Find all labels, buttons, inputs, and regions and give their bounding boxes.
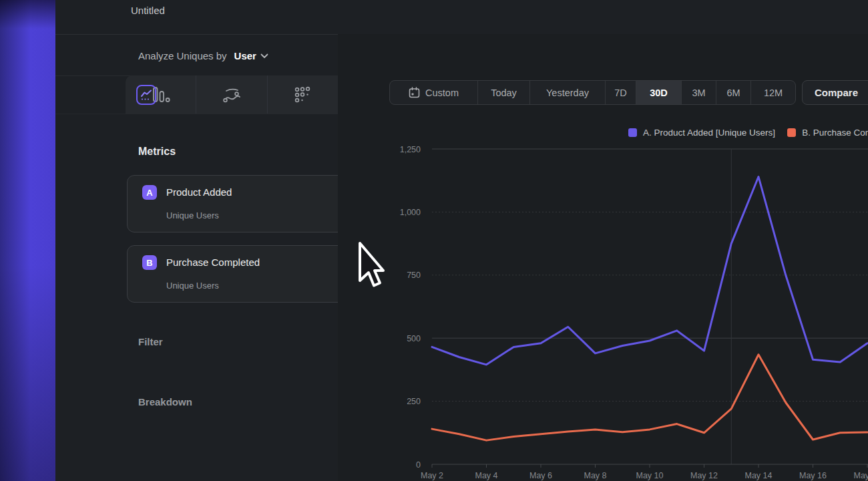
retention-icon bbox=[293, 86, 312, 104]
analyze-by-label: Analyze Uniques by bbox=[138, 50, 227, 61]
report-title[interactable]: Untitled bbox=[131, 5, 165, 16]
tab-retention[interactable] bbox=[267, 75, 338, 114]
metric-subtitle[interactable]: Unique Users bbox=[166, 210, 219, 220]
analyze-by-value[interactable]: User bbox=[234, 50, 256, 61]
svg-text:May 12: May 12 bbox=[690, 471, 718, 480]
tabstrip-divider bbox=[55, 114, 338, 114]
tab-insights-selected[interactable] bbox=[136, 85, 156, 105]
metric-badge-b: B bbox=[142, 255, 157, 270]
svg-text:1,000: 1,000 bbox=[400, 208, 421, 217]
svg-text:May 2: May 2 bbox=[421, 471, 443, 480]
svg-text:0: 0 bbox=[416, 460, 421, 470]
metric-title: Product Added bbox=[166, 186, 232, 198]
svg-text:May 6: May 6 bbox=[529, 471, 552, 480]
svg-text:May 14: May 14 bbox=[745, 471, 773, 480]
svg-text:500: 500 bbox=[407, 334, 421, 343]
screen: Untitled Analyze Uniques by User bbox=[0, 0, 868, 481]
tab-flows[interactable] bbox=[196, 75, 266, 114]
line-chart: 02505007501,0001,250May 2May 4May 6May 8… bbox=[338, 34, 868, 481]
metric-badge-a: A bbox=[142, 185, 157, 200]
mouse-cursor-icon bbox=[357, 240, 386, 293]
metrics-section-label: Metrics bbox=[138, 146, 176, 158]
svg-text:May 10: May 10 bbox=[636, 471, 664, 480]
analyze-by-selector[interactable]: Analyze Uniques by User bbox=[138, 50, 268, 61]
report-type-tabstrip bbox=[126, 75, 338, 114]
svg-text:May 4: May 4 bbox=[475, 471, 497, 480]
svg-text:May 16: May 16 bbox=[799, 471, 827, 480]
filter-section-label: Filter bbox=[138, 336, 163, 347]
chevron-down-icon bbox=[260, 53, 268, 59]
metric-subtitle[interactable]: Unique Users bbox=[166, 281, 219, 291]
svg-text:250: 250 bbox=[407, 397, 421, 406]
flows-icon bbox=[222, 86, 242, 104]
breakdown-section-label: Breakdown bbox=[138, 396, 192, 408]
insights-icon bbox=[139, 88, 154, 102]
svg-text:1,250: 1,250 bbox=[400, 145, 421, 154]
svg-text:May 8: May 8 bbox=[584, 471, 606, 480]
metric-title: Purchase Completed bbox=[166, 257, 260, 268]
svg-text:750: 750 bbox=[407, 271, 421, 280]
svg-text:May 18: May 18 bbox=[854, 471, 868, 480]
background-gradient-stripe bbox=[0, 0, 55, 481]
